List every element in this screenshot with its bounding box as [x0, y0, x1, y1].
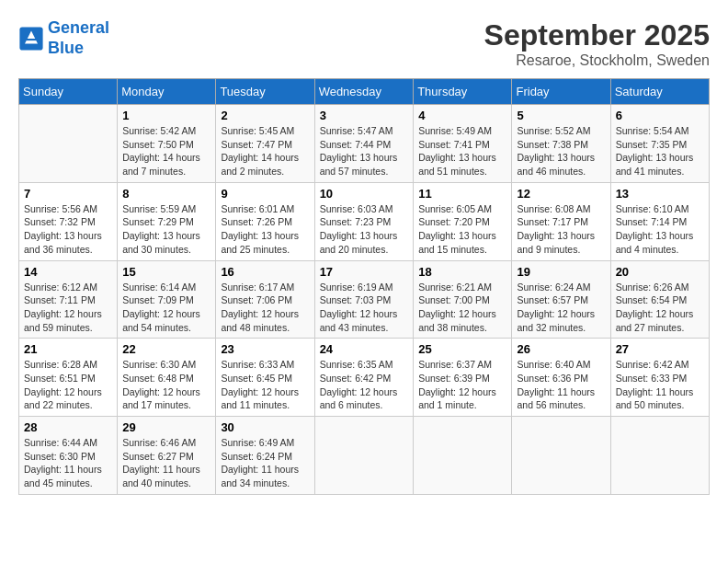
day-info: Sunrise: 6:35 AM Sunset: 6:42 PM Dayligh…	[320, 358, 409, 412]
calendar-cell: 21Sunrise: 6:28 AM Sunset: 6:51 PM Dayli…	[19, 339, 118, 417]
day-number: 1	[122, 109, 210, 122]
day-info: Sunrise: 6:33 AM Sunset: 6:45 PM Dayligh…	[221, 358, 309, 412]
col-header-tuesday: Tuesday	[216, 79, 314, 105]
day-number: 22	[122, 342, 210, 356]
page-header: General Blue September 2025 Resaroe, Sto…	[18, 18, 710, 69]
calendar-cell: 20Sunrise: 6:26 AM Sunset: 6:54 PM Dayli…	[610, 260, 709, 339]
day-info: Sunrise: 6:03 AM Sunset: 7:23 PM Dayligh…	[320, 202, 409, 257]
calendar-week-row: 1Sunrise: 5:42 AM Sunset: 7:50 PM Daylig…	[19, 105, 710, 183]
calendar-cell: 12Sunrise: 6:08 AM Sunset: 7:17 PM Dayli…	[512, 182, 610, 260]
logo-blue: Blue	[48, 39, 84, 57]
day-number: 10	[320, 187, 409, 201]
day-number: 26	[517, 342, 605, 356]
day-number: 16	[221, 265, 309, 279]
col-header-sunday: Sunday	[19, 79, 118, 105]
day-info: Sunrise: 6:44 AM Sunset: 6:30 PM Dayligh…	[24, 436, 112, 490]
logo-general: General	[48, 18, 109, 37]
day-info: Sunrise: 6:30 AM Sunset: 6:48 PM Dayligh…	[122, 358, 210, 412]
day-number: 24	[320, 342, 409, 356]
day-number: 17	[320, 265, 409, 279]
day-info: Sunrise: 6:49 AM Sunset: 6:24 PM Dayligh…	[221, 436, 309, 490]
calendar-cell: 7Sunrise: 5:56 AM Sunset: 7:32 PM Daylig…	[19, 182, 118, 260]
svg-rect-2	[26, 39, 36, 40]
calendar-cell: 6Sunrise: 5:54 AM Sunset: 7:35 PM Daylig…	[610, 105, 709, 183]
calendar-cell: 3Sunrise: 5:47 AM Sunset: 7:44 PM Daylig…	[314, 105, 414, 183]
day-info: Sunrise: 6:26 AM Sunset: 6:54 PM Dayligh…	[616, 281, 704, 335]
calendar-cell: 27Sunrise: 6:42 AM Sunset: 6:33 PM Dayli…	[610, 339, 709, 417]
day-info: Sunrise: 5:52 AM Sunset: 7:38 PM Dayligh…	[517, 124, 605, 178]
logo-text: General Blue	[48, 18, 109, 58]
calendar-cell: 17Sunrise: 6:19 AM Sunset: 7:03 PM Dayli…	[314, 260, 414, 339]
calendar-cell: 8Sunrise: 5:59 AM Sunset: 7:29 PM Daylig…	[118, 182, 216, 260]
calendar-cell: 11Sunrise: 6:05 AM Sunset: 7:20 PM Dayli…	[414, 182, 512, 260]
day-info: Sunrise: 5:56 AM Sunset: 7:32 PM Dayligh…	[24, 202, 112, 257]
day-number: 4	[418, 109, 506, 122]
calendar-cell	[414, 417, 512, 495]
day-number: 6	[616, 109, 704, 122]
calendar-header-row: SundayMondayTuesdayWednesdayThursdayFrid…	[19, 79, 710, 105]
day-number: 15	[122, 265, 210, 279]
col-header-thursday: Thursday	[414, 79, 512, 105]
day-info: Sunrise: 6:37 AM Sunset: 6:39 PM Dayligh…	[418, 358, 506, 412]
day-info: Sunrise: 6:24 AM Sunset: 6:57 PM Dayligh…	[517, 281, 605, 335]
day-number: 18	[418, 265, 506, 279]
calendar-cell: 29Sunrise: 6:46 AM Sunset: 6:27 PM Dayli…	[118, 417, 216, 495]
calendar-cell: 28Sunrise: 6:44 AM Sunset: 6:30 PM Dayli…	[19, 417, 118, 495]
day-info: Sunrise: 6:14 AM Sunset: 7:09 PM Dayligh…	[122, 281, 210, 335]
day-info: Sunrise: 6:01 AM Sunset: 7:26 PM Dayligh…	[221, 202, 309, 257]
calendar-cell: 2Sunrise: 5:45 AM Sunset: 7:47 PM Daylig…	[216, 105, 314, 183]
month-title: September 2025	[484, 18, 710, 52]
col-header-monday: Monday	[118, 79, 216, 105]
day-info: Sunrise: 6:28 AM Sunset: 6:51 PM Dayligh…	[24, 358, 112, 412]
day-number: 13	[616, 187, 704, 201]
day-info: Sunrise: 5:59 AM Sunset: 7:29 PM Dayligh…	[122, 202, 210, 257]
calendar-cell: 22Sunrise: 6:30 AM Sunset: 6:48 PM Dayli…	[118, 339, 216, 417]
day-info: Sunrise: 6:42 AM Sunset: 6:33 PM Dayligh…	[616, 358, 704, 412]
calendar-week-row: 7Sunrise: 5:56 AM Sunset: 7:32 PM Daylig…	[19, 182, 710, 260]
day-info: Sunrise: 6:12 AM Sunset: 7:11 PM Dayligh…	[24, 281, 112, 335]
day-number: 29	[122, 420, 210, 434]
col-header-friday: Friday	[512, 79, 610, 105]
calendar-cell: 24Sunrise: 6:35 AM Sunset: 6:42 PM Dayli…	[314, 339, 414, 417]
calendar-cell: 26Sunrise: 6:40 AM Sunset: 6:36 PM Dayli…	[512, 339, 610, 417]
calendar-table: SundayMondayTuesdayWednesdayThursdayFrid…	[18, 78, 710, 495]
day-info: Sunrise: 6:08 AM Sunset: 7:17 PM Dayligh…	[517, 202, 605, 257]
day-number: 12	[517, 187, 605, 201]
day-info: Sunrise: 6:19 AM Sunset: 7:03 PM Dayligh…	[320, 281, 409, 335]
col-header-wednesday: Wednesday	[314, 79, 414, 105]
calendar-cell: 18Sunrise: 6:21 AM Sunset: 7:00 PM Dayli…	[414, 260, 512, 339]
calendar-cell: 16Sunrise: 6:17 AM Sunset: 7:06 PM Dayli…	[216, 260, 314, 339]
day-info: Sunrise: 5:45 AM Sunset: 7:47 PM Dayligh…	[221, 124, 309, 178]
day-number: 21	[24, 342, 112, 356]
calendar-cell: 25Sunrise: 6:37 AM Sunset: 6:39 PM Dayli…	[414, 339, 512, 417]
day-number: 14	[24, 265, 112, 279]
day-number: 27	[616, 342, 704, 356]
day-number: 25	[418, 342, 506, 356]
title-block: September 2025 Resaroe, Stockholm, Swede…	[484, 18, 710, 69]
day-number: 5	[517, 109, 605, 122]
day-info: Sunrise: 5:47 AM Sunset: 7:44 PM Dayligh…	[320, 124, 409, 178]
logo: General Blue	[18, 18, 109, 58]
day-info: Sunrise: 6:10 AM Sunset: 7:14 PM Dayligh…	[616, 202, 704, 257]
day-info: Sunrise: 5:49 AM Sunset: 7:41 PM Dayligh…	[418, 124, 506, 178]
day-number: 9	[221, 187, 309, 201]
calendar-cell: 14Sunrise: 6:12 AM Sunset: 7:11 PM Dayli…	[19, 260, 118, 339]
calendar-week-row: 14Sunrise: 6:12 AM Sunset: 7:11 PM Dayli…	[19, 260, 710, 339]
calendar-cell	[610, 417, 709, 495]
day-number: 7	[24, 187, 112, 201]
calendar-cell: 15Sunrise: 6:14 AM Sunset: 7:09 PM Dayli…	[118, 260, 216, 339]
calendar-cell: 13Sunrise: 6:10 AM Sunset: 7:14 PM Dayli…	[610, 182, 709, 260]
day-info: Sunrise: 6:40 AM Sunset: 6:36 PM Dayligh…	[517, 358, 605, 412]
day-info: Sunrise: 6:46 AM Sunset: 6:27 PM Dayligh…	[122, 436, 210, 490]
day-info: Sunrise: 6:21 AM Sunset: 7:00 PM Dayligh…	[418, 281, 506, 335]
calendar-cell: 19Sunrise: 6:24 AM Sunset: 6:57 PM Dayli…	[512, 260, 610, 339]
day-number: 11	[418, 187, 506, 201]
col-header-saturday: Saturday	[610, 79, 709, 105]
day-number: 28	[24, 420, 112, 434]
day-number: 3	[320, 109, 409, 122]
day-info: Sunrise: 6:17 AM Sunset: 7:06 PM Dayligh…	[221, 281, 309, 335]
day-number: 8	[122, 187, 210, 201]
day-number: 19	[517, 265, 605, 279]
calendar-cell: 5Sunrise: 5:52 AM Sunset: 7:38 PM Daylig…	[512, 105, 610, 183]
calendar-week-row: 28Sunrise: 6:44 AM Sunset: 6:30 PM Dayli…	[19, 417, 710, 495]
